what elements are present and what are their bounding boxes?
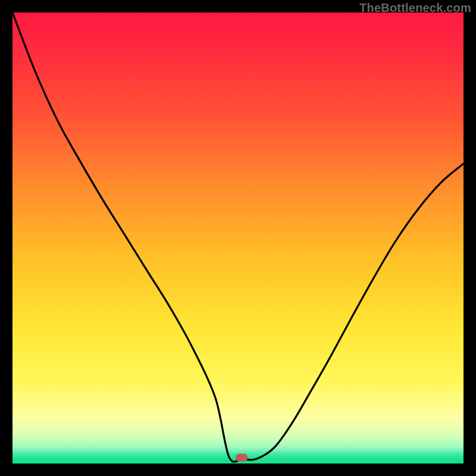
curve-path	[12, 12, 464, 462]
bottleneck-marker	[236, 454, 248, 462]
bottleneck-curve	[12, 12, 464, 464]
chart-frame: TheBottleneck.com	[0, 0, 476, 476]
watermark-text: TheBottleneck.com	[359, 1, 471, 15]
plot-area	[12, 12, 464, 464]
